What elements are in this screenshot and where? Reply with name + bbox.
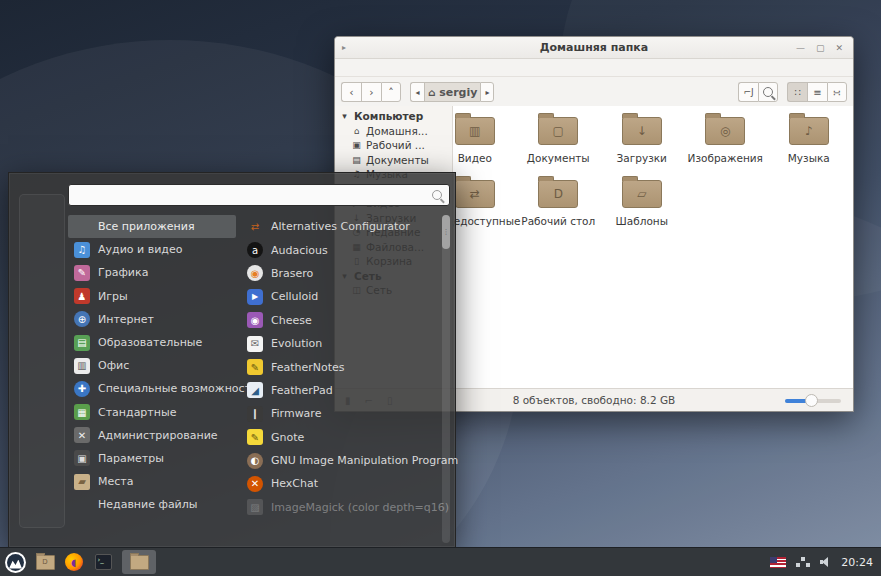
forward-button[interactable]: › [361,82,381,102]
application-item[interactable]: ▨ ImageMagick (color depth=q16) [247,496,443,519]
application-icon: ✎ [247,429,263,445]
category-item[interactable]: ⊕ Интернет [68,308,236,331]
folder-item[interactable]: ⇄ Общедоступные [453,173,517,227]
session-button-icon[interactable] [29,478,53,502]
volume-icon[interactable] [820,556,832,568]
category-item[interactable]: ▣ Параметры [68,447,236,470]
sidebar-item[interactable]: ⌂ Домашня... [335,124,452,139]
up-button[interactable]: ˄ [381,82,401,102]
folder-item[interactable]: ▱ Шаблоны [600,173,684,227]
search-button[interactable] [758,82,778,102]
application-item[interactable]: ✎ Gnote [247,426,443,449]
favorite-app-icon[interactable] [29,299,53,323]
folder-item[interactable]: ◎ Изображения [684,110,768,164]
network-icon[interactable] [801,557,805,561]
application-item[interactable]: ◉ Cheese [247,309,443,332]
keyboard-layout-flag-icon[interactable] [770,557,786,568]
category-item[interactable]: ♟ Игры [68,285,236,308]
category-item[interactable]: ▥ Офис [68,354,236,377]
location-button[interactable]: ⌂ sergiy [424,82,480,102]
folder-emblem-icon: ▥ [456,118,494,144]
file-manager-window-button[interactable] [122,550,156,574]
folder-item[interactable]: ♪ Музыка [767,110,851,164]
category-item[interactable]: ✎ Графика [68,261,236,284]
app-list-scrollbar[interactable]: ⋮ [442,215,450,543]
sidebar-item[interactable]: ▣ Рабочий ... [335,138,452,153]
category-icon: ✎ [74,265,90,281]
menu-button[interactable] [5,552,26,573]
terminal-launcher[interactable]: ›_ [93,552,113,572]
favorite-app-icon[interactable] [29,230,53,254]
maximize-button[interactable]: ▢ [816,43,825,53]
folder-icon: ◎ [705,117,745,145]
folder-emblem-icon: ↓ [623,118,661,144]
minimize-button[interactable]: — [796,43,805,53]
home-icon: ⌂ [428,87,435,98]
sidebar-item-label: Домашня... [366,125,428,137]
system-tray: 20:24 [770,556,881,569]
category-label: Игры [98,290,128,303]
application-icon: ✎ [247,359,263,375]
zoom-slider[interactable] [785,394,841,407]
favorite-app-icon[interactable] [29,332,53,356]
sidebar-item[interactable]: ▤ Документы [335,153,452,168]
zoom-slider-knob[interactable] [805,394,818,407]
application-item[interactable]: a Audacious [247,238,443,261]
category-item[interactable]: ▦ Стандартные [68,401,236,424]
application-label: Evolution [271,337,322,350]
scrollbar-thumb[interactable]: ⋮ [442,215,450,249]
folder-item[interactable]: D Рабочий стол [517,173,601,227]
application-icon: ❙ [247,406,263,422]
application-item[interactable]: ✉ Evolution [247,332,443,355]
clock[interactable]: 20:24 [841,556,873,569]
folder-item[interactable]: ▥ Видео [453,110,517,164]
category-label: Офис [98,359,129,372]
application-item[interactable]: ⇄ Alternatives Configurator [247,215,443,238]
session-button-icon[interactable] [29,446,53,470]
icon-view-button[interactable]: ∷ [787,82,807,102]
application-item[interactable]: ✕ HexChat [247,472,443,495]
category-icon: ▦ [74,404,90,420]
favorite-app-icon[interactable] [29,193,53,217]
folder-label: Музыка [788,152,830,164]
desktop-folder-launcher[interactable]: D [35,552,55,572]
category-item[interactable]: ✕ Администрирование [68,424,236,447]
sidebar-item-icon: ⌂ [351,126,362,136]
taskbar: D ◖ ›_ 20:24 [0,547,881,576]
category-icon: ▰ [74,474,90,490]
application-item[interactable]: ▶ Celluloid [247,285,443,308]
folder-icon: ▱ [622,180,662,208]
category-item[interactable]: ▰ Места [68,470,236,493]
firefox-icon: ◖ [65,553,83,571]
toggle-location-entry-button[interactable]: ⌐J [738,82,758,102]
category-item[interactable]: ♫ Аудио и видео [68,238,236,261]
path-right-icon[interactable]: ▸ [480,82,494,102]
favorite-app-icon[interactable] [29,265,53,289]
folder-item[interactable]: ▢ Документы [517,110,601,164]
application-item[interactable]: ◉ Brasero [247,262,443,285]
category-item[interactable]: ▤ Образовательные [68,331,236,354]
search-input[interactable] [68,184,450,206]
sidebar-item[interactable]: ▾ Компьютер [335,109,452,124]
folder-view[interactable]: ▥ Видео ▢ Документы ↓ Загрузки ◎ Изображ… [453,106,853,389]
application-item[interactable]: ❙ Firmware [247,402,443,425]
folder-icon: ⇄ [455,180,495,208]
application-item[interactable]: ◐ GNU Image Manipulation Program [247,449,443,472]
path-left-icon[interactable]: ◂ [410,82,424,102]
titlebar[interactable]: ▸ Домашняя папка — ▢ ✕ [335,37,853,59]
application-label: Cheese [271,314,312,327]
category-item[interactable]: Все приложения [68,215,236,238]
folder-item[interactable]: ↓ Загрузки [600,110,684,164]
application-item[interactable]: ◢ FeatherPad [247,379,443,402]
session-button-icon[interactable] [29,414,53,438]
category-label: Образовательные [98,336,202,349]
category-item[interactable]: Недавние файлы [68,493,236,516]
compact-view-button[interactable]: ∺ [827,82,847,102]
category-item[interactable]: ✚ Специальные возможности [68,377,236,400]
sidebar-item-icon: ▤ [351,155,362,165]
back-button[interactable]: ‹ [341,82,361,102]
firefox-launcher[interactable]: ◖ [64,552,84,572]
application-item[interactable]: ✎ FeatherNotes [247,355,443,378]
list-view-button[interactable]: ≡ [807,82,827,102]
close-button[interactable]: ✕ [835,43,843,53]
